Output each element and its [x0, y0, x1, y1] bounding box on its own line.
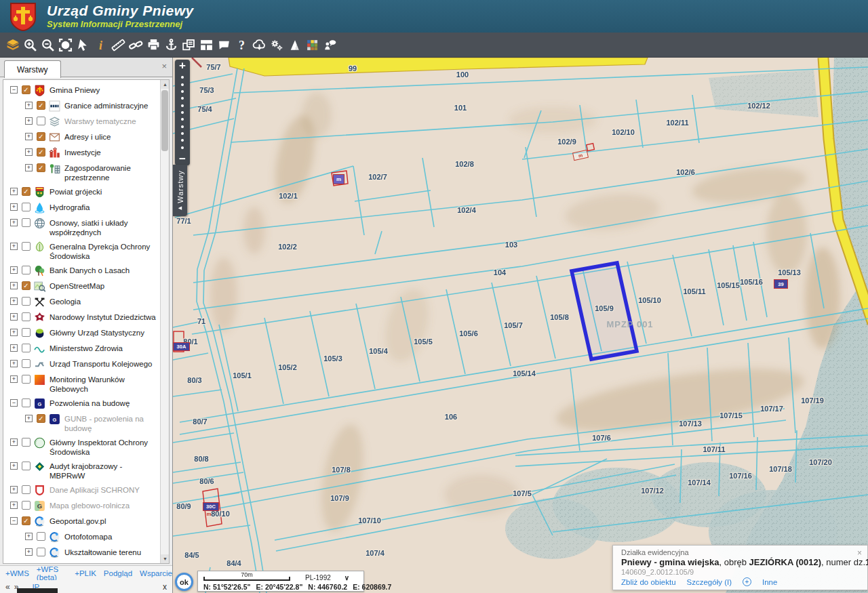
map-warning-button[interactable] [285, 35, 303, 55]
layer-label[interactable]: Ortofotomapa [64, 531, 159, 541]
layer-checkbox[interactable] [22, 328, 31, 337]
expand-toggle[interactable]: − [10, 86, 18, 94]
highlighted-parcel-105-9[interactable] [572, 263, 637, 359]
feedback-bubble-button[interactable] [215, 35, 233, 55]
chevron-down-icon[interactable]: ∨ [344, 574, 349, 581]
page-prev-button[interactable]: « [5, 582, 10, 592]
layer-checkbox[interactable] [22, 242, 31, 251]
expand-toggle[interactable]: + [25, 102, 33, 109]
warstwy-collapse-tab[interactable]: Warstwy ◀ [173, 165, 187, 216]
layer-label[interactable]: Granice administracyjne [64, 100, 159, 110]
zoom-out-button[interactable] [39, 35, 56, 55]
layer-label[interactable]: Ukształtowanie terenu [64, 547, 159, 557]
expand-toggle[interactable]: + [10, 360, 18, 367]
expand-toggle[interactable]: + [10, 203, 18, 211]
layer-label[interactable]: OpenStreetMap [50, 281, 159, 291]
layer-label[interactable]: Generalna Dyrekcja Ochrony Środowiska [50, 241, 159, 261]
layer-checkbox[interactable] [37, 532, 45, 541]
anchor-button[interactable] [162, 35, 180, 55]
compare-windows-button[interactable] [180, 35, 197, 55]
layer-label[interactable]: Warstwy tematyczne [64, 116, 159, 126]
expand-toggle[interactable]: + [25, 548, 33, 556]
link-button[interactable] [127, 35, 144, 55]
expand-toggle[interactable]: + [10, 438, 18, 446]
zoom-out-button[interactable]: − [179, 153, 186, 165]
layer-label[interactable]: Osnowy, siatki i układy współrzędnych [50, 218, 159, 237]
layer-checkbox[interactable]: ✓ [37, 148, 45, 157]
sidebar-link--wfs-beta-[interactable]: +WFS (beta) [37, 565, 67, 581]
expand-toggle[interactable]: − [10, 517, 18, 525]
expand-toggle[interactable]: + [25, 415, 33, 422]
zoom-in-button[interactable]: + [179, 60, 186, 72]
layer-label[interactable]: Główny Urząd Statystyczny [50, 327, 159, 338]
expand-toggle[interactable]: + [10, 502, 18, 509]
layer-label[interactable]: GUNB - pozwolenia na budowę [64, 413, 159, 433]
scroll-up-icon[interactable]: ▲ [161, 80, 170, 89]
expand-toggle[interactable]: + [10, 266, 18, 274]
layer-checkbox[interactable] [22, 266, 31, 274]
layer-label[interactable]: Baza Danych Obiektów [64, 563, 159, 563]
scroll-down-icon[interactable]: ▼ [161, 554, 170, 563]
measure-button[interactable] [109, 35, 127, 55]
map-viewport[interactable]: 75/79910075/375/4101102/12102/11102/1010… [173, 58, 868, 593]
more-link[interactable]: Inne [762, 578, 777, 586]
layer-checkbox[interactable] [22, 297, 31, 306]
expand-toggle[interactable]: + [25, 533, 33, 540]
help-button[interactable]: ? [233, 35, 250, 55]
zoom-in-button[interactable] [21, 35, 39, 55]
sidebar-link--wms[interactable]: +WMS [5, 569, 29, 577]
layer-label[interactable]: Narodowy Instytut Dziedzictwa [50, 312, 159, 322]
expand-toggle[interactable]: + [10, 329, 18, 336]
layer-checkbox[interactable] [22, 218, 31, 227]
expand-toggle[interactable]: + [25, 117, 33, 125]
expand-toggle[interactable]: + [10, 344, 18, 352]
layer-checkbox[interactable] [22, 398, 31, 407]
crs-selector[interactable]: PL-1992 [305, 574, 331, 581]
sidebar-link--plik[interactable]: +PLIK [75, 569, 96, 577]
layer-checkbox[interactable]: ✓ [37, 101, 45, 110]
layer-label[interactable]: Adresy i ulice [64, 131, 159, 142]
panel-close-icon[interactable]: × [161, 61, 167, 71]
layer-label[interactable]: Urząd Transportu Kolejowego [50, 359, 159, 369]
layer-checkbox[interactable] [22, 438, 31, 447]
layer-label[interactable]: Zagospodarowanie przestrzenne [64, 163, 159, 182]
layer-checkbox[interactable]: ✓ [37, 132, 45, 141]
layer-checkbox[interactable]: ✓ [22, 281, 31, 290]
print-button[interactable] [144, 35, 162, 55]
circle-plus-icon[interactable]: + [743, 577, 751, 586]
layer-checkbox[interactable] [22, 203, 31, 211]
zoom-slider[interactable] [175, 72, 190, 153]
scrollbar-thumb[interactable] [161, 90, 168, 151]
sidebar-link-wsparcie[interactable]: Wsparcie [140, 569, 172, 577]
layer-label[interactable]: Inwestycje [64, 147, 159, 157]
sidebar-link-podgl-d[interactable]: Podgląd [104, 569, 132, 577]
layer-label[interactable]: Gmina Pniewy [50, 85, 159, 95]
layer-checkbox[interactable] [22, 359, 31, 368]
layer-checkbox[interactable]: ✓ [22, 516, 31, 525]
expand-toggle[interactable]: + [10, 188, 18, 195]
expand-toggle[interactable]: + [10, 298, 18, 305]
layer-checkbox[interactable] [22, 375, 31, 384]
expand-toggle[interactable]: + [10, 243, 18, 250]
layer-label[interactable]: Geologia [50, 296, 159, 306]
cloud-download-button[interactable] [250, 35, 268, 55]
expand-toggle[interactable]: + [10, 219, 18, 226]
layer-label[interactable]: Hydrografia [50, 202, 159, 212]
full-extent-button[interactable] [56, 35, 74, 55]
layer-checkbox[interactable]: ✓ [37, 163, 45, 172]
expand-toggle[interactable]: + [10, 462, 18, 470]
layer-checkbox[interactable] [22, 501, 31, 510]
zoom-to-object-link[interactable]: Zbliż do obiektu [621, 578, 676, 586]
settings-button[interactable] [268, 35, 285, 55]
layer-label[interactable]: Monitoring Warunków Glebowych [50, 374, 159, 394]
user-comment-button[interactable] [321, 35, 338, 55]
layer-checkbox[interactable] [37, 117, 45, 125]
popup-close-icon[interactable]: × [857, 548, 862, 558]
layer-label[interactable]: Bank Danych o Lasach [50, 265, 159, 275]
layer-checkbox[interactable]: ✓ [37, 414, 45, 423]
layer-checkbox[interactable] [22, 485, 31, 494]
expand-toggle[interactable]: + [25, 148, 33, 156]
layer-checkbox[interactable] [37, 548, 45, 556]
layout-panels-button[interactable] [197, 35, 215, 55]
footer-close-button[interactable]: x [163, 582, 167, 592]
